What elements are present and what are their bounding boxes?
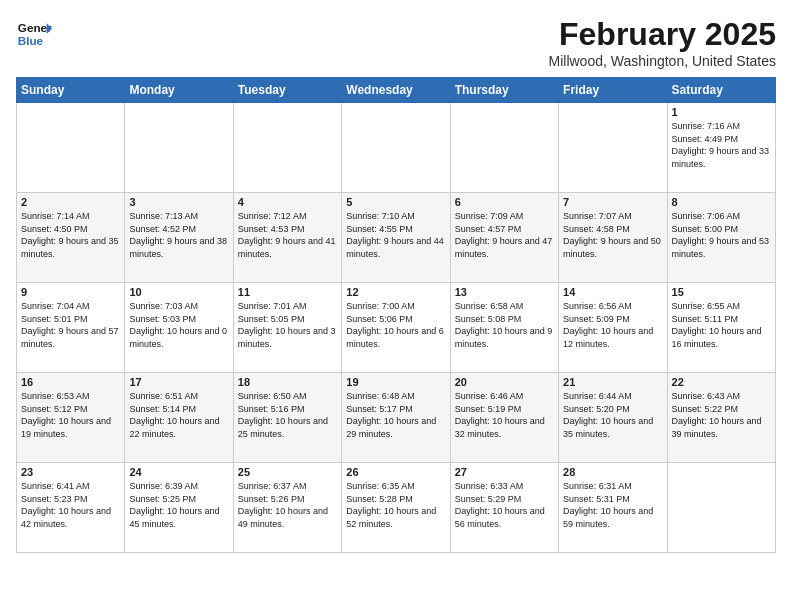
day-info: Sunrise: 7:01 AM Sunset: 5:05 PM Dayligh…: [238, 300, 337, 350]
calendar-cell: [17, 103, 125, 193]
calendar-cell: 12Sunrise: 7:00 AM Sunset: 5:06 PM Dayli…: [342, 283, 450, 373]
day-number: 13: [455, 286, 554, 298]
calendar-cell: 24Sunrise: 6:39 AM Sunset: 5:25 PM Dayli…: [125, 463, 233, 553]
day-number: 2: [21, 196, 120, 208]
day-info: Sunrise: 7:16 AM Sunset: 4:49 PM Dayligh…: [672, 120, 771, 170]
calendar-week-row: 1Sunrise: 7:16 AM Sunset: 4:49 PM Daylig…: [17, 103, 776, 193]
logo: General Blue: [16, 16, 52, 52]
day-info: Sunrise: 6:48 AM Sunset: 5:17 PM Dayligh…: [346, 390, 445, 440]
calendar-cell: 7Sunrise: 7:07 AM Sunset: 4:58 PM Daylig…: [559, 193, 667, 283]
day-number: 26: [346, 466, 445, 478]
day-info: Sunrise: 6:31 AM Sunset: 5:31 PM Dayligh…: [563, 480, 662, 530]
day-info: Sunrise: 6:50 AM Sunset: 5:16 PM Dayligh…: [238, 390, 337, 440]
calendar-cell: [450, 103, 558, 193]
calendar-cell: 11Sunrise: 7:01 AM Sunset: 5:05 PM Dayli…: [233, 283, 341, 373]
calendar-subtitle: Millwood, Washington, United States: [549, 53, 776, 69]
day-number: 24: [129, 466, 228, 478]
day-info: Sunrise: 6:53 AM Sunset: 5:12 PM Dayligh…: [21, 390, 120, 440]
calendar-cell: 6Sunrise: 7:09 AM Sunset: 4:57 PM Daylig…: [450, 193, 558, 283]
calendar-cell: 18Sunrise: 6:50 AM Sunset: 5:16 PM Dayli…: [233, 373, 341, 463]
day-number: 22: [672, 376, 771, 388]
day-number: 25: [238, 466, 337, 478]
day-info: Sunrise: 7:00 AM Sunset: 5:06 PM Dayligh…: [346, 300, 445, 350]
calendar-cell: 25Sunrise: 6:37 AM Sunset: 5:26 PM Dayli…: [233, 463, 341, 553]
calendar-week-row: 9Sunrise: 7:04 AM Sunset: 5:01 PM Daylig…: [17, 283, 776, 373]
calendar-cell: [559, 103, 667, 193]
day-number: 3: [129, 196, 228, 208]
day-number: 9: [21, 286, 120, 298]
calendar-cell: 13Sunrise: 6:58 AM Sunset: 5:08 PM Dayli…: [450, 283, 558, 373]
day-number: 7: [563, 196, 662, 208]
calendar-cell: 21Sunrise: 6:44 AM Sunset: 5:20 PM Dayli…: [559, 373, 667, 463]
day-info: Sunrise: 7:04 AM Sunset: 5:01 PM Dayligh…: [21, 300, 120, 350]
calendar-cell: 26Sunrise: 6:35 AM Sunset: 5:28 PM Dayli…: [342, 463, 450, 553]
calendar-cell: 10Sunrise: 7:03 AM Sunset: 5:03 PM Dayli…: [125, 283, 233, 373]
calendar-cell: [233, 103, 341, 193]
calendar-cell: 9Sunrise: 7:04 AM Sunset: 5:01 PM Daylig…: [17, 283, 125, 373]
day-info: Sunrise: 6:55 AM Sunset: 5:11 PM Dayligh…: [672, 300, 771, 350]
weekday-header-row: SundayMondayTuesdayWednesdayThursdayFrid…: [17, 78, 776, 103]
calendar-table: SundayMondayTuesdayWednesdayThursdayFrid…: [16, 77, 776, 553]
calendar-cell: 20Sunrise: 6:46 AM Sunset: 5:19 PM Dayli…: [450, 373, 558, 463]
calendar-cell: 14Sunrise: 6:56 AM Sunset: 5:09 PM Dayli…: [559, 283, 667, 373]
calendar-cell: 5Sunrise: 7:10 AM Sunset: 4:55 PM Daylig…: [342, 193, 450, 283]
day-info: Sunrise: 6:35 AM Sunset: 5:28 PM Dayligh…: [346, 480, 445, 530]
day-number: 4: [238, 196, 337, 208]
day-info: Sunrise: 6:41 AM Sunset: 5:23 PM Dayligh…: [21, 480, 120, 530]
calendar-cell: 19Sunrise: 6:48 AM Sunset: 5:17 PM Dayli…: [342, 373, 450, 463]
calendar-cell: 22Sunrise: 6:43 AM Sunset: 5:22 PM Dayli…: [667, 373, 775, 463]
day-number: 19: [346, 376, 445, 388]
day-info: Sunrise: 6:37 AM Sunset: 5:26 PM Dayligh…: [238, 480, 337, 530]
day-number: 18: [238, 376, 337, 388]
day-number: 21: [563, 376, 662, 388]
day-number: 23: [21, 466, 120, 478]
day-number: 1: [672, 106, 771, 118]
day-number: 8: [672, 196, 771, 208]
day-info: Sunrise: 6:33 AM Sunset: 5:29 PM Dayligh…: [455, 480, 554, 530]
weekday-header: Saturday: [667, 78, 775, 103]
calendar-cell: 8Sunrise: 7:06 AM Sunset: 5:00 PM Daylig…: [667, 193, 775, 283]
calendar-cell: [125, 103, 233, 193]
day-number: 6: [455, 196, 554, 208]
day-info: Sunrise: 6:43 AM Sunset: 5:22 PM Dayligh…: [672, 390, 771, 440]
weekday-header: Monday: [125, 78, 233, 103]
calendar-cell: 23Sunrise: 6:41 AM Sunset: 5:23 PM Dayli…: [17, 463, 125, 553]
day-number: 17: [129, 376, 228, 388]
day-info: Sunrise: 7:12 AM Sunset: 4:53 PM Dayligh…: [238, 210, 337, 260]
day-info: Sunrise: 7:03 AM Sunset: 5:03 PM Dayligh…: [129, 300, 228, 350]
calendar-cell: 15Sunrise: 6:55 AM Sunset: 5:11 PM Dayli…: [667, 283, 775, 373]
calendar-title: February 2025: [549, 16, 776, 53]
day-info: Sunrise: 7:10 AM Sunset: 4:55 PM Dayligh…: [346, 210, 445, 260]
calendar-cell: 2Sunrise: 7:14 AM Sunset: 4:50 PM Daylig…: [17, 193, 125, 283]
calendar-cell: 28Sunrise: 6:31 AM Sunset: 5:31 PM Dayli…: [559, 463, 667, 553]
logo-icon: General Blue: [16, 16, 52, 52]
day-number: 10: [129, 286, 228, 298]
weekday-header: Friday: [559, 78, 667, 103]
day-number: 14: [563, 286, 662, 298]
day-info: Sunrise: 6:58 AM Sunset: 5:08 PM Dayligh…: [455, 300, 554, 350]
day-info: Sunrise: 7:07 AM Sunset: 4:58 PM Dayligh…: [563, 210, 662, 260]
day-info: Sunrise: 6:39 AM Sunset: 5:25 PM Dayligh…: [129, 480, 228, 530]
day-number: 11: [238, 286, 337, 298]
day-number: 20: [455, 376, 554, 388]
calendar-cell: 17Sunrise: 6:51 AM Sunset: 5:14 PM Dayli…: [125, 373, 233, 463]
calendar-cell: 1Sunrise: 7:16 AM Sunset: 4:49 PM Daylig…: [667, 103, 775, 193]
title-block: February 2025 Millwood, Washington, Unit…: [549, 16, 776, 69]
day-info: Sunrise: 6:56 AM Sunset: 5:09 PM Dayligh…: [563, 300, 662, 350]
calendar-cell: 3Sunrise: 7:13 AM Sunset: 4:52 PM Daylig…: [125, 193, 233, 283]
calendar-week-row: 2Sunrise: 7:14 AM Sunset: 4:50 PM Daylig…: [17, 193, 776, 283]
weekday-header: Wednesday: [342, 78, 450, 103]
day-info: Sunrise: 7:14 AM Sunset: 4:50 PM Dayligh…: [21, 210, 120, 260]
day-info: Sunrise: 6:46 AM Sunset: 5:19 PM Dayligh…: [455, 390, 554, 440]
day-number: 28: [563, 466, 662, 478]
day-info: Sunrise: 7:06 AM Sunset: 5:00 PM Dayligh…: [672, 210, 771, 260]
day-info: Sunrise: 7:13 AM Sunset: 4:52 PM Dayligh…: [129, 210, 228, 260]
day-number: 16: [21, 376, 120, 388]
calendar-cell: [342, 103, 450, 193]
day-info: Sunrise: 6:44 AM Sunset: 5:20 PM Dayligh…: [563, 390, 662, 440]
day-number: 15: [672, 286, 771, 298]
calendar-cell: 27Sunrise: 6:33 AM Sunset: 5:29 PM Dayli…: [450, 463, 558, 553]
day-number: 27: [455, 466, 554, 478]
calendar-week-row: 16Sunrise: 6:53 AM Sunset: 5:12 PM Dayli…: [17, 373, 776, 463]
svg-text:Blue: Blue: [18, 34, 44, 47]
